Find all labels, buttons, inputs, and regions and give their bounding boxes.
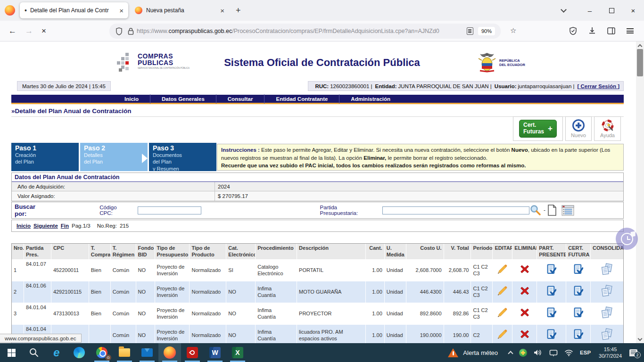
nav-item-datos-generales[interactable]: Datos Generales <box>150 96 216 102</box>
zoom-level-indicator[interactable]: 90% <box>478 27 495 35</box>
browser-tab-active[interactable]: • Detalle del Plan Anual de Contr × <box>20 2 128 18</box>
edge-button[interactable] <box>68 343 91 362</box>
pagination-siguiente-link[interactable]: Siguiente <box>33 223 58 229</box>
list-view-icon[interactable] <box>561 205 574 216</box>
keyboard-language-indicator[interactable]: ESP <box>580 350 591 355</box>
file-explorer-button[interactable] <box>113 343 136 362</box>
doc-check-icon[interactable] <box>573 307 583 320</box>
edit-pencil-cell[interactable] <box>493 281 512 303</box>
edit-pencil-icon[interactable] <box>497 264 508 276</box>
ayuda-button[interactable]: Ayuda <box>594 116 621 141</box>
tracking-shield-icon[interactable] <box>116 27 123 35</box>
delete-x-icon[interactable] <box>520 264 529 275</box>
chrome-button[interactable]: G <box>91 343 113 362</box>
taskbar-clock[interactable]: 15:45 30/7/2024 <box>599 346 622 360</box>
doc-check-cell[interactable] <box>537 303 566 325</box>
word-button[interactable]: W <box>204 343 226 362</box>
tray-expand-chevron-icon[interactable] <box>509 350 512 355</box>
table-row[interactable]: 284.01.064292100115BienComúnNOProyecto d… <box>12 281 623 303</box>
page-scrollbar[interactable] <box>636 41 644 343</box>
doc-check-icon[interactable] <box>573 329 583 341</box>
doc-check-cell[interactable] <box>537 281 566 303</box>
doc-check-icon[interactable] <box>546 307 556 320</box>
copy-docs-cell[interactable] <box>591 260 623 281</box>
weather-widget[interactable]: Alerta méteo <box>440 343 505 362</box>
cert-futuras-button[interactable]: Cert. Futuras + <box>519 120 557 138</box>
scroll-up-arrow-icon[interactable] <box>636 41 644 49</box>
table-row[interactable]: 84.01.04ComúnNOProyecto de InversiónNorm… <box>12 325 623 343</box>
copy-docs-cell[interactable] <box>591 303 623 325</box>
excel-button[interactable]: X <box>226 343 249 362</box>
bookmark-star-icon[interactable]: ☆ <box>510 26 516 35</box>
mail-button[interactable] <box>136 343 158 362</box>
table-row[interactable]: 184.01.07452200011BienComúnNOProyecto de… <box>12 260 623 281</box>
pagination-inicio-link[interactable]: Inicio <box>17 223 31 229</box>
action-center-icon[interactable]: 2 <box>629 349 637 356</box>
antivirus-tray-icon[interactable] <box>519 349 527 357</box>
window-minimize-button[interactable]: – <box>579 0 601 21</box>
nav-item-entidad-contratante[interactable]: Entidad Contratante <box>264 96 339 102</box>
edit-pencil-icon[interactable] <box>497 329 508 341</box>
edit-pencil-icon[interactable] <box>497 286 508 297</box>
copy-docs-icon[interactable] <box>601 306 613 321</box>
doc-check-icon[interactable] <box>573 286 583 298</box>
pagination-fin-link[interactable]: Fin <box>61 223 69 229</box>
logout-link[interactable]: [ Cerrar Sesión ] <box>578 83 619 89</box>
window-close-button[interactable]: × <box>622 0 644 21</box>
doc-check-cell[interactable] <box>537 325 566 343</box>
delete-x-icon[interactable] <box>520 286 529 297</box>
list-tabs-chevron-icon[interactable] <box>561 7 567 13</box>
partida-input[interactable] <box>382 206 529 214</box>
copy-docs-icon[interactable] <box>601 263 613 277</box>
taskbar-search-button[interactable] <box>23 343 45 362</box>
delete-x-icon[interactable] <box>520 308 529 319</box>
doc-check-cell[interactable] <box>566 325 591 343</box>
copy-docs-icon[interactable] <box>601 328 613 342</box>
reader-mode-icon[interactable] <box>467 27 473 35</box>
search-icon[interactable] <box>529 204 542 216</box>
url-bar[interactable]: https://www.compraspublicas.gob.ec/Proce… <box>109 24 501 39</box>
floating-overlay-widget[interactable] <box>616 228 638 250</box>
cpc-input[interactable] <box>138 206 201 214</box>
url-text[interactable]: https://www.compraspublicas.gob.ec/Proce… <box>137 28 464 34</box>
doc-check-icon[interactable] <box>546 286 556 298</box>
new-doc-icon[interactable] <box>547 205 557 216</box>
forward-button[interactable]: → <box>25 26 33 36</box>
firefox-button[interactable] <box>158 343 181 362</box>
back-button[interactable]: ← <box>8 26 17 36</box>
scroll-down-arrow-icon[interactable] <box>636 336 644 343</box>
doc-check-cell[interactable] <box>566 303 591 325</box>
edit-pencil-cell[interactable] <box>493 260 512 281</box>
acrobat-button[interactable] <box>181 343 204 362</box>
doc-check-cell[interactable] <box>566 281 591 303</box>
padlock-icon[interactable] <box>127 27 134 35</box>
nav-item-inicio[interactable]: Inicio <box>113 96 150 102</box>
delete-x-cell[interactable] <box>512 260 537 281</box>
internet-explorer-button[interactable]: e <box>45 343 68 362</box>
downloads-icon[interactable] <box>588 27 596 35</box>
nav-item-administración[interactable]: Administración <box>339 96 402 102</box>
volume-icon[interactable] <box>534 349 543 356</box>
app-menu-icon[interactable] <box>627 28 634 33</box>
delete-x-cell[interactable] <box>512 325 537 343</box>
edit-pencil-cell[interactable] <box>493 303 512 325</box>
step-1[interactable]: Paso 1Creación del Plan <box>11 143 79 171</box>
delete-x-icon[interactable] <box>520 329 529 340</box>
account-shield-icon[interactable] <box>569 27 577 35</box>
new-tab-button[interactable]: + <box>231 5 246 16</box>
cast-display-icon[interactable] <box>549 349 558 356</box>
extensions-panel-icon[interactable] <box>607 27 615 34</box>
edit-pencil-icon[interactable] <box>497 308 508 319</box>
doc-check-icon[interactable] <box>546 264 556 276</box>
nav-item-consultar[interactable]: Consultar <box>216 96 264 102</box>
tab-close-icon[interactable]: × <box>119 7 124 14</box>
table-row[interactable]: 384.01.04473130013BienComúnNOProyecto de… <box>12 303 623 325</box>
doc-check-icon[interactable] <box>546 329 556 341</box>
delete-x-cell[interactable] <box>512 281 537 303</box>
tab-close-icon[interactable]: × <box>220 7 224 14</box>
stop-loading-button[interactable]: × <box>41 26 46 36</box>
doc-check-cell[interactable] <box>566 260 591 281</box>
edit-pencil-cell[interactable] <box>493 325 512 343</box>
start-button[interactable] <box>0 343 23 362</box>
doc-check-icon[interactable] <box>573 264 583 276</box>
